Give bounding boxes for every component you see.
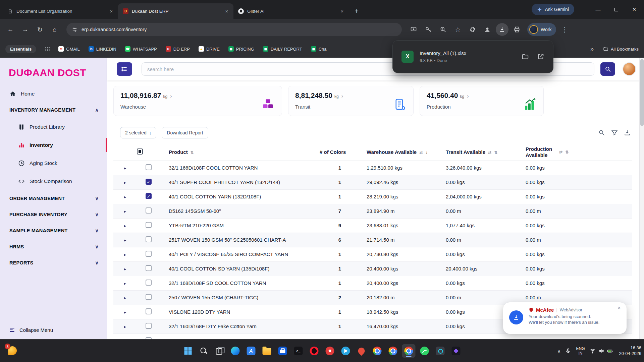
site-info-icon[interactable] bbox=[72, 27, 77, 33]
wifi-icon[interactable] bbox=[590, 348, 596, 354]
all-bookmarks-button[interactable]: All Bookmarks bbox=[603, 46, 639, 52]
taskbar-task-view-icon[interactable] bbox=[213, 344, 226, 358]
sidebar-section-hrms[interactable]: HRMS ∨ bbox=[0, 239, 107, 255]
sort-icon[interactable]: ⇅ bbox=[191, 150, 194, 155]
battery-icon[interactable] bbox=[607, 348, 613, 354]
table-row[interactable]: ▸ D5162 145GSM 58-60'' 7 23,894.90 m 0.0… bbox=[113, 204, 632, 218]
home-button[interactable]: ⌂ bbox=[48, 23, 61, 36]
bookmark-star-icon[interactable]: ☆ bbox=[451, 23, 464, 36]
table-row[interactable]: ▸ 40/1 COOL COTTON SD YARN (135D/108F) 1… bbox=[113, 261, 632, 276]
chevron-right-icon[interactable]: › bbox=[170, 93, 172, 99]
sort-icon[interactable]: ⇅ bbox=[494, 150, 498, 155]
dukaan-dost-logo[interactable]: DUФAAN DOST bbox=[0, 66, 107, 78]
row-checkbox[interactable] bbox=[146, 251, 152, 257]
row-expand-icon[interactable]: ▸ bbox=[124, 310, 126, 315]
taskbar-pin-icon[interactable] bbox=[355, 344, 368, 358]
row-checkbox[interactable] bbox=[146, 294, 152, 300]
minimize-button[interactable]: — bbox=[590, 3, 606, 16]
taskbar-opera-icon[interactable] bbox=[308, 344, 321, 358]
table-row[interactable]: ▸ 40/1 VISCOSE SIRO COMPACT SPUN YARN 1 … bbox=[113, 334, 632, 339]
sidebar-section-inventory-management[interactable]: INVENTORY MANAGEMENT ∧ bbox=[0, 102, 107, 118]
address-bar[interactable]: erp.dukaandost.com/inventory bbox=[66, 23, 402, 36]
sidebar-section-order-management[interactable]: ORDER MANAGEMENT ∨ bbox=[0, 190, 107, 206]
bookmark-item[interactable]: ▲ DRIVE bbox=[199, 46, 220, 52]
profile-chip[interactable]: Work bbox=[527, 23, 556, 36]
table-row[interactable]: ▸ 40/1 COOL COTTON YARN (132D/108F) 1 28… bbox=[113, 189, 632, 204]
table-search-icon[interactable] bbox=[598, 129, 605, 136]
warehouse-column-header[interactable]: Warehouse Available bbox=[367, 149, 417, 155]
table-row[interactable]: ▸ YTB-RTM 210-220 GSM 9 23,683.01 kgs 1,… bbox=[113, 218, 632, 233]
row-checkbox[interactable] bbox=[146, 222, 152, 228]
taskbar-whatsapp-icon[interactable] bbox=[418, 344, 431, 358]
selected-count-dropdown[interactable]: 2 selected ↓ bbox=[120, 127, 156, 138]
bookmark-item[interactable]: D DD ERP bbox=[166, 46, 190, 52]
taskbar-edge-icon[interactable] bbox=[229, 344, 242, 358]
bookmark-essentials[interactable]: Essentials bbox=[5, 45, 36, 53]
taskbar-telegram-icon[interactable] bbox=[339, 344, 353, 358]
mcafee-close-icon[interactable]: × bbox=[616, 305, 623, 312]
table-download-icon[interactable] bbox=[624, 129, 631, 136]
reload-button[interactable]: ↻ bbox=[34, 23, 46, 36]
search-button[interactable] bbox=[600, 62, 615, 76]
user-avatar[interactable] bbox=[623, 62, 636, 76]
show-in-folder-icon[interactable] bbox=[522, 53, 529, 60]
chevron-right-icon[interactable]: › bbox=[341, 93, 343, 99]
sidebar-item-aging-stock[interactable]: Aging Stock bbox=[0, 154, 107, 172]
sidebar-section-purchase-inventory[interactable]: PURCHASE INVENTORY ∨ bbox=[0, 206, 107, 223]
downloads-icon[interactable] bbox=[496, 23, 508, 36]
tab-glitter-ai[interactable]: Glitter AI × bbox=[233, 3, 349, 19]
tab-dukaan-dost-erp[interactable]: D Dukaan Dost ERP × bbox=[118, 3, 233, 19]
bookmarks-overflow-chevron[interactable]: » bbox=[590, 46, 594, 53]
row-expand-icon[interactable]: ▸ bbox=[124, 266, 126, 272]
volume-icon[interactable] bbox=[598, 348, 604, 354]
download-bubble[interactable]: X Inventory_All (1).xlsx 6.8 KB • Done bbox=[392, 40, 553, 73]
taskbar-app-a-icon[interactable] bbox=[245, 344, 258, 358]
row-expand-icon[interactable]: ▸ bbox=[124, 166, 126, 171]
sidebar-section-sample-management[interactable]: SAMPLE MANAGEMENT ∨ bbox=[0, 223, 107, 239]
taskbar-terminal-icon[interactable] bbox=[292, 344, 305, 358]
password-key-icon[interactable] bbox=[422, 23, 435, 36]
row-checkbox[interactable] bbox=[146, 308, 152, 314]
taskbar-store-icon[interactable] bbox=[276, 344, 289, 358]
download-report-button[interactable]: Download Report bbox=[162, 127, 208, 138]
sidebar-section-reports[interactable]: REPORTS ∨ bbox=[0, 255, 107, 271]
taskbar-app-dark-icon[interactable] bbox=[449, 344, 463, 358]
sidebar-item-inventory[interactable]: Inventory bbox=[0, 136, 107, 154]
row-expand-icon[interactable]: ▸ bbox=[124, 223, 126, 228]
weather-widget[interactable]: 3 bbox=[5, 344, 19, 358]
swap-icon[interactable]: ⇄ bbox=[488, 150, 491, 155]
system-icons-group[interactable] bbox=[590, 348, 613, 354]
swap-icon[interactable]: ⇄ bbox=[419, 150, 423, 155]
transit-stat-card[interactable]: 8,81,248.50 kg › Transit bbox=[288, 86, 414, 116]
colors-column-header[interactable]: # of Colors bbox=[320, 149, 346, 155]
row-checkbox[interactable] bbox=[146, 179, 152, 185]
scrollbar-thumb[interactable] bbox=[640, 59, 644, 126]
row-checkbox[interactable] bbox=[146, 236, 152, 242]
zoom-icon[interactable] bbox=[437, 23, 449, 36]
warehouse-stat-card[interactable]: 11,08,916.87 kg › Warehouse bbox=[113, 86, 282, 116]
production-stat-card[interactable]: 41,560.40 kg › Production bbox=[420, 86, 544, 116]
taskbar-chrome-active-icon[interactable] bbox=[402, 344, 416, 358]
row-checkbox[interactable] bbox=[146, 280, 152, 286]
swap-icon[interactable]: ⇄ bbox=[559, 150, 562, 155]
row-checkbox[interactable] bbox=[146, 207, 152, 214]
sidebar-item-stock-comparison[interactable]: Stock Comparison bbox=[0, 172, 107, 190]
forward-button[interactable]: → bbox=[19, 23, 32, 36]
bookmark-item[interactable]: ▦ DAILY REPORT bbox=[263, 46, 302, 52]
row-expand-icon[interactable]: ▸ bbox=[124, 209, 126, 214]
profile-extension-icon[interactable] bbox=[481, 23, 494, 36]
row-expand-icon[interactable]: ▸ bbox=[124, 194, 126, 199]
chevron-right-icon[interactable]: › bbox=[467, 93, 469, 99]
bookmark-item[interactable]: ▦ PRICING bbox=[228, 46, 254, 52]
language-indicator[interactable]: ENG IN bbox=[576, 346, 585, 356]
table-row[interactable]: ▸ 32/1 166D/108F COOL COTTON YARN 1 1,29… bbox=[113, 161, 632, 175]
row-expand-icon[interactable]: ▸ bbox=[124, 324, 126, 329]
taskbar-chrome-2-icon[interactable] bbox=[386, 344, 400, 358]
install-app-icon[interactable] bbox=[407, 23, 420, 36]
sidebar-item-product-library[interactable]: Product Library bbox=[0, 118, 107, 136]
maximize-button[interactable] bbox=[608, 3, 624, 16]
new-tab-button[interactable]: + bbox=[352, 6, 362, 16]
bookmark-item[interactable]: M GMAIL bbox=[58, 46, 79, 52]
hidden-icons-chevron[interactable]: ∧ bbox=[557, 349, 561, 354]
tab-document-list-organization[interactable]: Document List Organization × bbox=[3, 3, 118, 19]
